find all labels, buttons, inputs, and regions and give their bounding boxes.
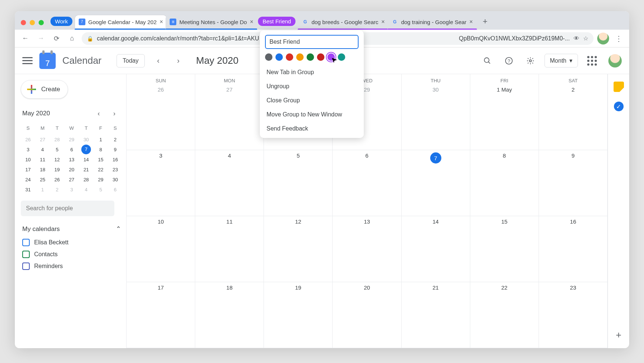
tab-group-bestfriend[interactable]: Best Friend (258, 17, 295, 26)
reload-button[interactable]: ⟳ (50, 33, 62, 44)
mini-day[interactable]: 5 (50, 145, 64, 155)
grid-cell[interactable]: 7 (402, 150, 470, 216)
mini-day[interactable]: 27 (64, 175, 79, 185)
close-tab-icon[interactable]: × (250, 19, 253, 25)
mini-calendar[interactable]: SMTWTFS262728293012345678910111213141516… (21, 123, 122, 195)
group-color-option[interactable] (275, 53, 283, 61)
grid-cell[interactable]: 16 (539, 216, 608, 282)
checkbox-icon[interactable] (22, 239, 30, 246)
new-tab-button[interactable]: + (478, 15, 492, 28)
grid-cell[interactable]: 13 (333, 216, 401, 282)
mini-day[interactable]: 19 (50, 165, 64, 175)
tasks-icon[interactable]: ✓ (614, 102, 624, 111)
mini-day[interactable]: 28 (79, 175, 94, 185)
main-menu-icon[interactable] (22, 55, 33, 66)
grid-cell[interactable]: 10 (127, 216, 195, 282)
mini-day[interactable]: 14 (79, 155, 94, 165)
mini-day[interactable]: 20 (64, 165, 79, 175)
mini-day[interactable]: 5 (94, 185, 108, 195)
browser-tab-dogbreeds[interactable]: G dog breeds - Google Searc × (298, 15, 389, 30)
mini-next-button[interactable]: › (108, 107, 121, 120)
group-color-option[interactable] (265, 53, 272, 61)
eye-icon[interactable]: 👁 (573, 35, 579, 42)
mini-day[interactable]: 26 (21, 135, 35, 145)
browser-tab-dogtraining[interactable]: G dog training - Google Sear × (388, 15, 477, 30)
grid-cell[interactable]: 15 (470, 216, 539, 282)
minimize-window-icon[interactable] (30, 20, 35, 25)
maximize-window-icon[interactable] (39, 20, 44, 25)
grid-cell[interactable]: 26 (127, 84, 195, 150)
keep-icon[interactable] (614, 82, 624, 92)
grid-cell[interactable]: 9 (539, 150, 608, 216)
group-name-input[interactable] (265, 35, 359, 49)
mini-day[interactable]: 4 (79, 185, 94, 195)
mini-day[interactable]: 22 (94, 165, 108, 175)
grid-cell[interactable]: 2 (539, 84, 608, 150)
grid-cell[interactable]: 4 (195, 150, 264, 216)
google-apps-icon[interactable] (585, 53, 599, 69)
close-tab-icon[interactable]: × (470, 19, 473, 25)
forward-button[interactable]: → (35, 33, 47, 44)
mini-day[interactable]: 8 (94, 145, 108, 155)
grid-cell[interactable]: 19 (264, 282, 333, 348)
close-window-icon[interactable] (21, 20, 26, 25)
mini-day[interactable]: 6 (108, 185, 122, 195)
grid-cell[interactable]: 17 (127, 282, 195, 348)
grid-cell[interactable]: 20 (333, 282, 401, 348)
settings-gear-icon[interactable] (523, 53, 538, 68)
calendar-item[interactable]: Contacts (21, 248, 122, 260)
mini-day[interactable]: 13 (64, 155, 79, 165)
create-button[interactable]: Create (21, 80, 68, 99)
browser-tab-calendar[interactable]: 7 Google Calendar - May 202 × (75, 15, 167, 30)
checkbox-icon[interactable] (22, 263, 30, 270)
grid-cell[interactable]: 18 (195, 282, 264, 348)
account-avatar[interactable] (608, 54, 622, 67)
group-color-option[interactable] (296, 53, 304, 61)
mini-day[interactable]: 29 (94, 175, 108, 185)
calendar-item[interactable]: Elisa Beckett (21, 237, 122, 248)
grid-cell[interactable]: 1 May (470, 84, 539, 150)
grid-cell[interactable]: 21 (402, 282, 470, 348)
group-color-option[interactable] (317, 53, 324, 61)
close-tab-icon[interactable]: × (160, 19, 163, 25)
mini-day[interactable]: 18 (35, 165, 50, 175)
grid-cell[interactable]: 27 (195, 84, 264, 150)
mini-day[interactable]: 9 (108, 145, 122, 155)
my-calendars-toggle[interactable]: My calendars ⌃ (22, 225, 121, 233)
mini-day[interactable]: 15 (94, 155, 108, 165)
grid-cell[interactable]: 23 (539, 282, 608, 348)
browser-tab-docs[interactable]: ≡ Meeting Notes - Google Do × (166, 15, 257, 30)
mini-day[interactable]: 28 (50, 135, 64, 145)
grid-cell[interactable]: 14 (402, 216, 470, 282)
grid-cell[interactable]: 11 (195, 216, 264, 282)
mini-day[interactable]: 1 (94, 135, 108, 145)
group-color-option[interactable] (338, 53, 345, 61)
home-button[interactable]: ⌂ (66, 33, 78, 44)
mini-day[interactable]: 16 (108, 155, 122, 165)
grid-cell[interactable]: 12 (264, 216, 333, 282)
mini-day[interactable]: 29 (64, 135, 79, 145)
mini-prev-button[interactable]: ‹ (92, 107, 105, 120)
context-menu-item[interactable]: Move Group to New Window (260, 108, 364, 122)
mini-day[interactable]: 12 (50, 155, 64, 165)
mini-day[interactable]: 27 (35, 135, 50, 145)
calendar-item[interactable]: Reminders (21, 260, 122, 272)
grid-cell[interactable]: 6 (333, 150, 401, 216)
mini-day[interactable]: 6 (64, 145, 79, 155)
grid-cell[interactable]: 30 (402, 84, 470, 150)
today-button[interactable]: Today (117, 54, 145, 67)
add-addon-button[interactable]: + (616, 329, 621, 341)
browser-menu-icon[interactable]: ⋮ (613, 34, 625, 43)
prev-period-button[interactable]: ‹ (151, 54, 165, 67)
close-tab-icon[interactable]: × (381, 19, 385, 25)
mini-day[interactable]: 26 (50, 175, 64, 185)
group-color-option[interactable] (327, 53, 335, 61)
profile-avatar[interactable] (597, 33, 609, 44)
mini-day[interactable]: 25 (35, 175, 50, 185)
grid-cell[interactable]: 22 (470, 282, 539, 348)
mini-day[interactable]: 17 (21, 165, 35, 175)
mini-day[interactable]: 30 (79, 135, 94, 145)
bookmark-star-icon[interactable]: ☆ (583, 35, 588, 42)
context-menu-item[interactable]: Close Group (260, 93, 364, 108)
mini-day[interactable]: 21 (79, 165, 94, 175)
